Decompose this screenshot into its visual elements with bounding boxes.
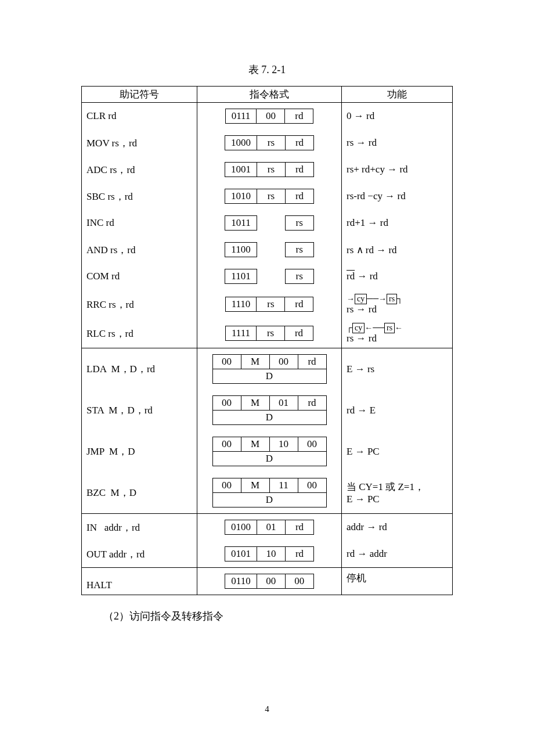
col-mnemonic: 助记符号 [82,87,197,103]
function-cell: →cy──→rs┐rs → rd [342,290,453,319]
mnemonic-cell: RRC rs，rd [82,290,197,319]
mnemonic-cell: IN addr，rd [82,514,197,541]
field2: rd [285,297,313,312]
mnemonic-cell: BZC M，D [82,472,197,514]
disp: D [212,493,326,507]
function-cell: 当 CY=1 或 Z=1，E → PC [342,472,453,514]
opcode: 1110 [225,297,257,312]
function-cell: rd → addr [342,541,453,568]
format-cell: 1101 rs [197,263,342,290]
table-row: RRC rs，rd1110rsrd→cy──→rs┐rs → rd [82,290,453,319]
format-box: 011100rd [225,109,314,124]
format-box: 1011 rs [225,215,313,231]
page-number: 4 [0,704,534,714]
mnemonic-cell: MOV rs，rd [82,129,197,156]
function-cell: rs+ rd+cy → rd [342,156,453,183]
field2: rd [286,520,314,535]
function-cell: rs ∧ rd → rd [342,236,453,263]
opcode: 0111 [225,109,257,124]
p1: 00 [212,478,241,493]
function-cell: rd → E [342,390,453,431]
function-cell: 0 → rd [342,103,453,130]
table-row: BZC M，D00M1100D当 CY=1 或 Z=1，E → PC [82,472,453,514]
section-heading: （2）访问指令及转移指令 [103,609,534,623]
p3: 00 [269,355,298,369]
format-cell: 00M01rdD [197,390,342,431]
format-box: 1111rsrd [225,326,313,341]
field1: rs [257,189,286,204]
field-empty [257,243,285,257]
mnemonic-cell: HALT [82,568,197,595]
field1: 00 [257,109,285,124]
function-cell: rs-rd −cy → rd [342,183,453,210]
disp: D [212,369,326,384]
function-cell: E → rs [342,348,453,390]
p1: 00 [212,355,241,369]
p1: 00 [212,396,241,411]
format-cell: 01100000 [197,568,342,595]
format-box: 1000rsrd [225,135,314,150]
mnemonic-cell: RLC rs，rd [82,319,197,348]
opcode: 1101 [225,269,257,284]
col-format: 指令格式 [197,87,342,103]
field2: rd [286,189,314,204]
p3: 10 [269,437,298,452]
field1: rs [257,326,285,341]
opcode: 1100 [225,243,257,257]
field2: 00 [285,574,313,589]
p2: M [241,478,269,493]
field1: rs [257,163,286,177]
table-row: MOV rs，rd1000rsrdrs → rd [82,129,453,156]
disp: D [212,452,326,466]
p4: rd [298,355,326,369]
format-box: 010001rd [225,520,314,535]
col-function: 功能 [342,87,453,103]
format-box: 00M1100D [212,478,327,507]
opcode: 1011 [225,216,257,231]
table-row: OUT addr，rd010110rdrd → addr [82,541,453,568]
table-row: CLR rd011100rd0 → rd [82,103,453,130]
field1: 10 [257,547,286,561]
field2: rd [286,136,314,150]
field2: rs [285,269,313,284]
format-box: 1001rsrd [225,162,314,177]
function-cell: rs → rd [342,129,453,156]
opcode: 0110 [225,574,257,589]
table-row: LDA M，D，rd00M00rdDE → rs [82,348,453,390]
table-row: COM rd1101 rsrd → rd [82,263,453,290]
format-cell: 00M1100D [197,472,342,514]
function-cell: addr → rd [342,514,453,541]
opcode: 0101 [225,547,257,561]
opcode: 1000 [225,136,257,150]
function-cell: 停机 [342,568,453,595]
p4: 00 [298,478,326,493]
table-row: SBC rs，rd1010rsrdrs-rd −cy → rd [82,183,453,210]
p3: 01 [269,396,298,411]
format-box: 1110rsrd [225,297,314,312]
opcode: 1111 [225,326,256,341]
instruction-table: 助记符号 指令格式 功能 CLR rd011100rd0 → rdMOV rs，… [81,86,453,595]
format-cell: 1000rsrd [197,129,342,156]
field1: rs [257,136,286,150]
table-row: RLC rs，rd1111rsrd┌cy←──rs←rs → rd [82,319,453,348]
format-cell: 1011 rs [197,210,342,236]
format-box: 00M1000D [212,437,327,466]
caption-prefix: 表 [248,64,262,75]
field2: rs [285,216,313,231]
p1: 00 [212,437,241,452]
mnemonic-cell: SBC rs，rd [82,183,197,210]
field1: rs [257,297,285,312]
table-row: JMP M，D00M1000DE → PC [82,431,453,472]
function-cell: rd → rd [342,263,453,290]
function-cell: rd+1 → rd [342,210,453,236]
field2: rs [285,243,313,257]
mnemonic-cell: JMP M，D [82,431,197,472]
mnemonic-cell: INC rd [82,210,197,236]
format-box: 1010rsrd [225,189,314,204]
format-box: 010110rd [225,546,314,561]
table-row: STA M，D，rd00M01rdDrd → E [82,390,453,431]
format-cell: 1111rsrd [197,319,342,348]
opcode: 1001 [225,163,257,177]
table-row: IN addr，rd010001rdaddr → rd [82,514,453,541]
p3: 11 [269,478,298,493]
